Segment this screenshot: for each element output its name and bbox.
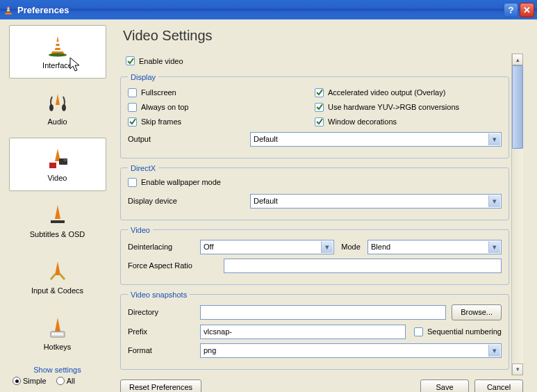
sequential-numbering-checkbox[interactable]: Sequential numbering	[414, 327, 502, 336]
radio-label: Simple	[23, 377, 47, 385]
vlc-icon	[3, 4, 14, 15]
yuv-rgb-checkbox[interactable]: Use hardware YUV->RGB conversions	[315, 103, 502, 112]
wallpaper-mode-checkbox[interactable]: Enable wallpaper mode	[128, 178, 221, 187]
group-directx: DirectX Enable wallpaper mode Display de…	[120, 164, 509, 220]
sidebar-item-audio[interactable]: Audio	[9, 81, 106, 135]
sidebar-item-label: Hotkeys	[44, 343, 72, 351]
checkbox-label: Use hardware YUV->RGB conversions	[328, 103, 459, 111]
scrollbar[interactable]: ▴ ▾	[511, 54, 523, 375]
format-select[interactable]: png ▾	[200, 343, 502, 358]
enable-video-checkbox[interactable]: Enable video	[126, 56, 183, 65]
deinterlacing-select[interactable]: Off ▾	[200, 240, 334, 254]
scroll-down-button[interactable]: ▾	[512, 364, 523, 375]
svg-rect-6	[51, 220, 65, 223]
sidebar-item-video[interactable]: Video	[9, 138, 106, 191]
sidebar-item-input-codecs[interactable]: Input & Codecs	[9, 250, 106, 304]
svg-point-0	[49, 53, 67, 56]
svg-rect-5	[49, 163, 56, 168]
reset-preferences-button[interactable]: Reset Preferences	[120, 379, 201, 393]
group-legend: Video	[128, 226, 153, 234]
checkbox-icon	[128, 178, 137, 187]
fullscreen-checkbox[interactable]: Fullscreen	[128, 88, 315, 97]
sidebar-item-label: Subtitles & OSD	[30, 230, 85, 238]
force-aspect-ratio-input[interactable]	[224, 259, 502, 273]
checkbox-icon	[128, 88, 137, 97]
checkbox-icon	[414, 327, 423, 336]
output-select[interactable]: Default ▾	[250, 132, 502, 147]
chevron-down-icon: ▾	[488, 133, 500, 145]
sidebar-item-hotkeys[interactable]: Hotkeys	[9, 307, 106, 360]
window-decorations-checkbox[interactable]: Window decorations	[315, 117, 502, 126]
show-settings-label: Show settings	[8, 366, 106, 374]
codecs-icon	[47, 260, 69, 282]
svg-point-1	[49, 104, 53, 111]
radio-dot-icon	[56, 377, 65, 385]
content: Video Settings Enable video Display Full…	[115, 19, 537, 392]
button-label: Save	[436, 383, 453, 391]
sidebar: Interface Audio Video Subtitles & OSD In…	[0, 19, 115, 392]
always-on-top-checkbox[interactable]: Always on top	[128, 103, 315, 112]
radio-label: All	[67, 377, 75, 385]
svg-rect-8	[52, 333, 54, 335]
chevron-down-icon: ▾	[488, 345, 500, 357]
skip-frames-checkbox[interactable]: Skip frames	[128, 117, 315, 126]
chevron-down-icon: ▾	[488, 241, 500, 253]
svg-rect-11	[60, 333, 63, 335]
checkbox-icon	[315, 117, 324, 126]
browse-button[interactable]: Browse...	[452, 304, 502, 320]
checkbox-label: Skip frames	[141, 117, 181, 126]
select-value: png	[204, 346, 216, 354]
radio-dot-icon	[13, 377, 21, 385]
select-value: Default	[254, 197, 278, 205]
radio-simple[interactable]: Simple	[13, 377, 47, 385]
checkbox-icon	[315, 103, 324, 112]
interface-icon	[47, 35, 69, 57]
cancel-button[interactable]: Cancel	[474, 379, 523, 393]
group-legend: Display	[128, 73, 158, 81]
svg-rect-10	[58, 333, 60, 335]
mode-select[interactable]: Blend ▾	[367, 240, 502, 254]
select-value: Default	[254, 135, 278, 143]
radio-all[interactable]: All	[56, 377, 75, 385]
scrollbar-track[interactable]	[512, 65, 523, 364]
directory-label: Directory	[128, 308, 195, 316]
title-bar: Preferences ? ✕	[0, 0, 537, 19]
button-label: Browse...	[461, 308, 493, 316]
chevron-down-icon: ▾	[321, 241, 333, 253]
select-value: Blend	[371, 243, 390, 251]
mode-label: Mode	[340, 243, 362, 251]
sidebar-item-interface[interactable]: Interface	[9, 25, 106, 79]
scrollbar-thumb[interactable]	[512, 65, 523, 149]
page-title: Video Settings	[123, 28, 523, 44]
window-title: Preferences	[17, 5, 502, 15]
show-settings: Show settings Simple All	[4, 363, 110, 388]
display-device-label: Display device	[128, 197, 245, 205]
accelerated-output-checkbox[interactable]: Accelerated video output (Overlay)	[315, 88, 502, 97]
scroll-area: Enable video Display Fullscreen Always o…	[120, 54, 523, 375]
force-aspect-ratio-label: Force Aspect Ratio	[128, 261, 218, 270]
sidebar-item-label: Audio	[47, 117, 67, 126]
checkbox-label: Accelerated video output (Overlay)	[328, 88, 445, 97]
svg-rect-9	[55, 333, 57, 335]
display-device-select[interactable]: Default ▾	[250, 194, 502, 209]
button-label: Cancel	[487, 383, 511, 391]
checkbox-icon	[126, 56, 135, 65]
prefix-input[interactable]: vlcsnap-	[200, 325, 406, 339]
main-area: Interface Audio Video Subtitles & OSD In…	[0, 19, 537, 392]
sidebar-item-subtitles[interactable]: Subtitles & OSD	[9, 194, 106, 247]
sidebar-item-label: Interface	[42, 61, 72, 70]
checkbox-label: Sequential numbering	[427, 327, 502, 336]
close-button[interactable]: ✕	[520, 3, 534, 17]
format-label: Format	[128, 346, 195, 354]
checkbox-label: Window decorations	[328, 117, 397, 126]
checkbox-label: Enable video	[139, 57, 183, 65]
directory-input[interactable]	[200, 305, 446, 320]
help-button[interactable]: ?	[504, 3, 518, 17]
scroll-up-button[interactable]: ▴	[512, 54, 523, 65]
group-video: Video Deinterlacing Off ▾ Mode Blend ▾ F…	[120, 226, 509, 285]
footer: Reset Preferences Save Cancel	[120, 375, 523, 393]
save-button[interactable]: Save	[420, 379, 469, 393]
checkbox-icon	[315, 88, 324, 97]
output-label: Output	[128, 135, 245, 143]
group-legend: DirectX	[128, 164, 158, 172]
